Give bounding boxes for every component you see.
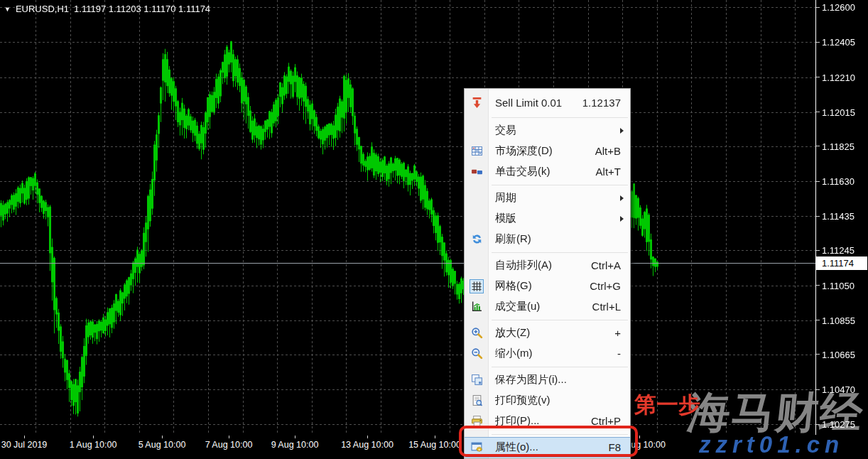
menu-item-auto-arrange[interactable]: 自动排列(A)Ctrl+A	[465, 255, 630, 276]
price-axis-tick	[816, 181, 820, 182]
menu-item-market-depth[interactable]: 市场深度(D)Alt+B	[465, 141, 630, 161]
time-axis-label: 13 Aug 10:00	[341, 440, 394, 450]
menu-item-label: 刷新(R)	[495, 232, 531, 246]
price-axis-label: 1.12210	[822, 72, 855, 82]
time-axis-tick	[229, 436, 229, 438]
chart-area[interactable]: ▼ EURUSD,H1 1.11197 1.11203 1.11170 1.11…	[0, 0, 816, 435]
price-axis-tick	[816, 7, 820, 8]
price-axis-tick	[816, 216, 820, 217]
time-axis-tick	[295, 436, 295, 438]
price-axis-label: 1.11630	[822, 176, 855, 187]
sell-limit-icon	[470, 95, 484, 109]
zoom-out-icon	[470, 347, 484, 361]
submenu-arrow-icon	[620, 216, 624, 222]
menu-separator	[465, 317, 630, 323]
price-axis-label: 1.12600	[822, 2, 855, 13]
dom-icon	[470, 144, 484, 158]
price-axis-tick	[816, 250, 820, 251]
menu-item-period[interactable]: 周期	[465, 188, 630, 208]
menu-item-label: Sell Limit 0.01	[495, 97, 562, 109]
menu-item-print[interactable]: 打印(P)...Ctrl+P	[465, 411, 630, 431]
chart-context-menu: Sell Limit 0.011.12137交易市场深度(D)Alt+B单击交易…	[464, 88, 631, 459]
print-preview-icon	[470, 394, 484, 408]
price-axis-label: 1.12405	[822, 37, 855, 48]
menu-item-label: 缩小(m)	[495, 347, 533, 360]
menu-item-label: 单击交易(k)	[495, 165, 550, 178]
menu-item-label: 成交量(u)	[495, 300, 540, 313]
price-axis-tick	[816, 112, 820, 112]
menu-item-print-preview[interactable]: 打印预览(v)	[465, 390, 630, 411]
menu-separator	[465, 182, 630, 188]
menu-item-label: 属性(o)...	[495, 441, 538, 454]
url-watermark: zzrt01.cn	[699, 431, 844, 458]
menu-item-shortcut: F8	[608, 441, 621, 453]
time-axis-tick	[435, 436, 435, 438]
price-axis-label: 1.11825	[822, 141, 855, 151]
time-axis-label: 7 Aug 10:00	[205, 440, 253, 450]
time-axis-label: 5 Aug 10:00	[139, 440, 186, 450]
refresh-icon	[470, 232, 484, 247]
menu-item-label: 打印(P)...	[495, 414, 540, 428]
menu-item-shortcut: Alt+B	[595, 145, 621, 157]
submenu-arrow-icon	[620, 128, 624, 134]
current-price-tag: 1.11174	[816, 256, 867, 270]
price-axis-label: 1.10665	[822, 349, 855, 360]
candlestick-chart-canvas[interactable]	[0, 0, 815, 435]
menu-item-label: 市场深度(D)	[495, 144, 553, 158]
print-icon	[470, 414, 484, 428]
menu-separator	[465, 431, 630, 437]
time-axis-label: 9 Aug 10:00	[271, 440, 319, 450]
menu-item-label: 打印预览(v)	[495, 394, 550, 407]
menu-item-properties[interactable]: 属性(o)...F8	[465, 437, 630, 458]
step-annotation: 第一步	[634, 390, 700, 420]
submenu-arrow-icon	[620, 195, 624, 201]
time-axis-label: 1 Aug 10:00	[70, 440, 117, 450]
save-picture-icon	[470, 373, 484, 387]
menu-item-shortcut: 1.12137	[582, 97, 621, 109]
menu-item-trade[interactable]: 交易	[465, 120, 630, 141]
menu-item-shortcut: Ctrl+A	[591, 259, 621, 271]
menu-item-one-click-trading[interactable]: 单击交易(k)Alt+T	[465, 161, 630, 182]
menu-item-label: 周期	[495, 191, 516, 205]
menu-item-zoom-out[interactable]: 缩小(m)-	[465, 343, 630, 364]
price-axis-label: 1.10855	[822, 315, 855, 325]
price-axis-tick	[816, 424, 820, 425]
zoom-in-icon	[470, 326, 484, 340]
chart-header: ▼ EURUSD,H1 1.11197 1.11203 1.11170 1.11…	[4, 4, 210, 14]
menu-item-zoom-in[interactable]: 放大(Z)+	[465, 323, 630, 343]
price-axis-label: 1.11245	[822, 245, 855, 256]
time-axis-label: 15 Aug 10:00	[408, 440, 461, 450]
menu-item-shortcut: Ctrl+L	[592, 301, 621, 313]
time-axis-tick	[639, 436, 640, 438]
menu-item-refresh[interactable]: 刷新(R)	[465, 229, 630, 249]
price-axis-tick	[816, 77, 820, 77]
menu-item-label: 网格(G)	[495, 279, 532, 293]
price-axis[interactable]: 1.126001.124051.122101.120151.118251.116…	[816, 0, 868, 435]
chart-ohlc-quotes: 1.11197 1.11203 1.11170 1.11174	[74, 4, 210, 14]
menu-item-shortcut: +	[614, 327, 621, 339]
menu-separator	[465, 114, 630, 120]
price-axis-label: 1.10470	[822, 384, 855, 395]
menu-separator	[465, 249, 630, 255]
time-axis-label: 30 Jul 2019	[1, 440, 48, 450]
menu-item-shortcut: Ctrl+P	[591, 415, 621, 427]
menu-item-volume[interactable]: 成交量(u)Ctrl+L	[465, 296, 630, 317]
volume-icon	[470, 300, 484, 314]
menu-item-sell-limit[interactable]: Sell Limit 0.011.12137	[465, 90, 630, 114]
grid-icon	[470, 279, 484, 293]
price-axis-tick	[816, 42, 820, 43]
menu-item-grid[interactable]: 网格(G)Ctrl+G	[465, 276, 630, 296]
price-axis-label: 1.11435	[822, 211, 855, 222]
menu-item-template[interactable]: 模版	[465, 208, 630, 229]
price-axis-tick	[816, 146, 820, 146]
menu-item-label: 保存为图片(i)...	[495, 373, 567, 387]
chart-collapse-icon[interactable]: ▼	[4, 6, 11, 13]
time-axis-tick	[367, 436, 368, 438]
menu-item-shortcut: -	[617, 347, 621, 360]
menu-separator	[465, 364, 630, 369]
price-axis-label: 1.10275	[822, 419, 855, 430]
price-axis-label: 1.11050	[822, 280, 855, 291]
chart-symbol-timeframe: EURUSD,H1	[16, 4, 69, 14]
menu-item-save-as-picture[interactable]: 保存为图片(i)...	[465, 369, 630, 390]
price-axis-tick	[816, 320, 820, 320]
